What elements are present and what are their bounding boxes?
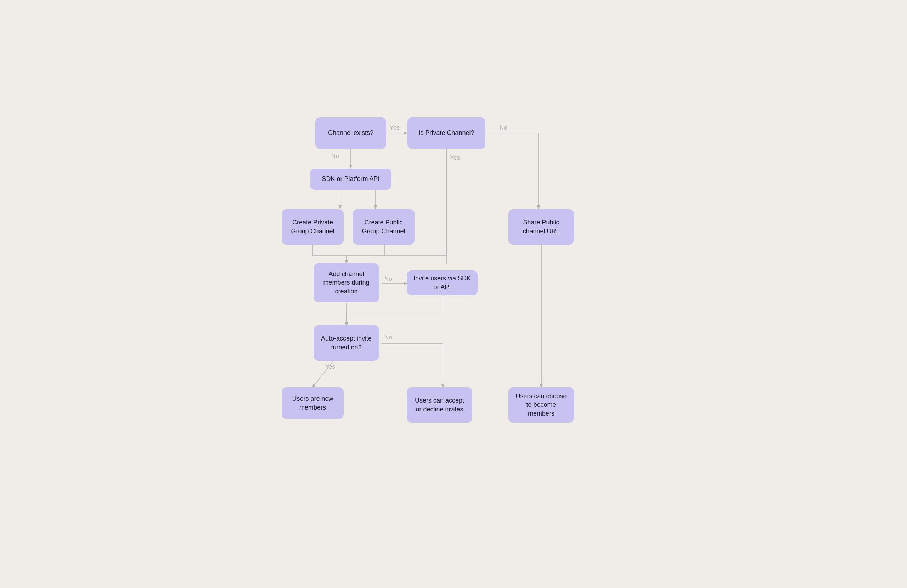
invite-users-node: Invite users via SDK or API	[407, 270, 478, 295]
label-yes4: Yes	[325, 363, 335, 370]
label-no4: No	[385, 334, 392, 341]
channel-exists-node: Channel exists?	[315, 117, 386, 149]
label-no1: No	[500, 124, 507, 131]
add-members-node: Add channel members during creation	[314, 264, 379, 302]
create-public-node: Create Public Group Channel	[353, 209, 415, 244]
create-private-node: Create Private Group Channel	[282, 209, 344, 244]
label-no2: No	[331, 153, 339, 160]
flowchart-diagram: Yes No No Yes No Yes Yes No Channel exis…	[205, 99, 702, 489]
sdk-api-node: SDK or Platform API	[310, 168, 391, 190]
share-public-node: Share Public channel URL	[508, 209, 574, 244]
users-members-node: Users are now members	[282, 387, 344, 419]
label-yes1: Yes	[390, 124, 400, 131]
choose-members-node: Users can choose to become members	[508, 387, 574, 423]
label-yes2: Yes	[450, 154, 460, 161]
is-private-node: Is Private Channel?	[407, 117, 486, 149]
label-no3: No	[385, 275, 392, 283]
auto-accept-node: Auto-accept invite turned on?	[314, 325, 379, 361]
accept-decline-node: Users can accept or decline invites	[407, 387, 472, 423]
